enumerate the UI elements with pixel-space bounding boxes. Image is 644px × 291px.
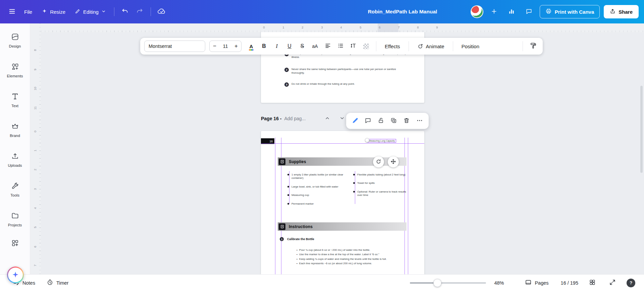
- vertical-ruler[interactable]: 8 9 10 11 0 1 2 3 4 5 6 7: [30, 23, 41, 274]
- animate-button[interactable]: Animate: [413, 40, 448, 52]
- resize-label: Resize: [50, 9, 65, 15]
- position-button[interactable]: Position: [458, 40, 483, 52]
- sidebar-item-design[interactable]: Design: [2, 28, 29, 53]
- zoom-percentage[interactable]: 48%: [494, 280, 507, 286]
- text-case-button[interactable]: aA: [309, 40, 321, 52]
- comments-button[interactable]: [522, 5, 536, 18]
- add-comment-button[interactable]: [362, 115, 374, 127]
- grid-view-button[interactable]: [586, 277, 598, 289]
- instructions-section-header[interactable]: Instructions: [278, 222, 407, 231]
- animate-icon: [417, 43, 423, 49]
- canvas-scrollbar[interactable]: [640, 86, 643, 173]
- step-1-bullets[interactable]: •Pour ¾ cup (about 6 oz or ~200 mL) of w…: [297, 248, 406, 266]
- transparency-button[interactable]: [360, 40, 372, 52]
- magic-edit-button[interactable]: [350, 115, 361, 127]
- insights-button[interactable]: [505, 5, 518, 18]
- chevron-down-icon: [101, 9, 106, 15]
- sidebar-item-elements[interactable]: Elements: [2, 58, 29, 83]
- delete-page-button[interactable]: [401, 115, 412, 127]
- supplies-list-left[interactable]: 1 empty 2-liter plastic bottle (or simil…: [287, 173, 344, 206]
- text-color-button[interactable]: A: [246, 40, 257, 52]
- document-title[interactable]: Robin_MedPath Lab Manual: [368, 0, 437, 23]
- section-title: Instructions: [289, 224, 313, 229]
- expand-icon: [609, 279, 616, 287]
- sidebar-item-label: Design: [9, 44, 21, 48]
- topbar: File Resize Editing Robin_MedPath La: [0, 0, 644, 23]
- duplicate-page-button[interactable]: [388, 115, 399, 127]
- numbered-list-item[interactable]: 2 Never share the same tubing between pa…: [284, 68, 411, 75]
- editing-mode-button[interactable]: Editing: [71, 5, 110, 18]
- sidebar-item-apps[interactable]: [2, 237, 29, 250]
- pages-button[interactable]: Pages: [521, 277, 552, 289]
- bulleted-list-button[interactable]: [335, 40, 346, 52]
- transparency-icon: [363, 44, 369, 49]
- toolbar-divider: [453, 41, 453, 51]
- avatar[interactable]: [471, 5, 483, 18]
- font-family-select[interactable]: Montserrat: [144, 41, 205, 52]
- toolbar-divider: [523, 41, 523, 51]
- strikethrough-button[interactable]: S: [297, 40, 308, 52]
- lock-page-button[interactable]: [375, 115, 387, 127]
- alignment-button[interactable]: [322, 40, 333, 52]
- resize-button[interactable]: Resize: [38, 5, 69, 18]
- sidebar-item-brand[interactable]: Brand: [2, 118, 29, 142]
- supplies-section-header[interactable]: Supplies: [278, 157, 407, 166]
- effects-button[interactable]: Effects: [381, 40, 404, 52]
- ruler-number: 5: [33, 223, 37, 232]
- selection-handle[interactable]: [365, 138, 369, 142]
- text-icon: [11, 92, 19, 101]
- font-size-increase-button[interactable]: +: [231, 41, 241, 52]
- more-options-button[interactable]: [414, 115, 425, 127]
- print-with-canva-button[interactable]: Print with Canva: [540, 5, 600, 18]
- sidebar-item-label: Tools: [10, 193, 19, 197]
- step-1[interactable]: 1 Calibrate the Bottle: [280, 237, 314, 241]
- ruler-number: 8: [417, 25, 419, 29]
- bold-button[interactable]: B: [258, 40, 270, 52]
- fullscreen-button[interactable]: [606, 277, 619, 289]
- font-size-decrease-button[interactable]: −: [210, 41, 220, 52]
- ruler-number: 6: [33, 242, 37, 251]
- list-item: Measuring cup: [287, 194, 344, 197]
- numbered-list-item[interactable]: 3 Do not drink or inhale through the tub…: [284, 82, 411, 87]
- elements-icon: [11, 63, 19, 72]
- sidebar-item-projects[interactable]: Projects: [2, 207, 29, 232]
- horizontal-ruler[interactable]: 0 1 2 3 4 5 6 7 8 9: [41, 23, 644, 32]
- list-item: Large bowl, sink, or tub filled with wat…: [287, 185, 344, 189]
- move-page-up-button[interactable]: [323, 114, 332, 123]
- page-title-textbox[interactable]: Measuring Lung Capacity: [368, 139, 396, 143]
- supplies-list-right[interactable]: Flexible plastic tubing (about 2 feet lo…: [353, 173, 410, 197]
- redo-button[interactable]: [133, 5, 147, 18]
- underline-button[interactable]: U: [284, 40, 295, 52]
- file-menu-button[interactable]: File: [20, 5, 36, 18]
- undo-button[interactable]: [118, 5, 132, 18]
- main-menu-button[interactable]: [5, 5, 19, 18]
- canva-editor: File Resize Editing Robin_MedPath La: [0, 0, 644, 291]
- timer-button[interactable]: Timer: [43, 277, 73, 289]
- canvas[interactable]: 1 Do not perform this lab if you are sic…: [41, 32, 644, 274]
- share-button[interactable]: Share: [604, 5, 639, 18]
- page-16[interactable]: 16 Measuring Lung Capacity Supplies: [261, 131, 424, 274]
- rotate-handle[interactable]: [373, 156, 384, 167]
- zoom-slider[interactable]: [410, 279, 486, 287]
- copy-style-button[interactable]: [527, 40, 539, 52]
- help-button[interactable]: ?: [627, 279, 635, 287]
- move-page-down-button[interactable]: [338, 114, 346, 123]
- move-handle[interactable]: [388, 156, 399, 167]
- page-label[interactable]: Page 16 -: [261, 116, 281, 121]
- canva-ai-button[interactable]: [7, 267, 24, 283]
- zoom-knob[interactable]: [433, 279, 441, 287]
- italic-button[interactable]: I: [271, 40, 282, 52]
- ruler-number: 3: [321, 25, 323, 29]
- text-spacing-button[interactable]: [347, 40, 359, 52]
- list-item-text: Do not drink or inhale through the tubin…: [291, 82, 410, 87]
- comment-icon: [365, 117, 371, 125]
- font-size-value[interactable]: 11: [220, 44, 231, 49]
- step-number-badge: 1: [280, 237, 284, 241]
- sidebar-item-uploads[interactable]: Uploads: [2, 147, 29, 172]
- invite-members-button[interactable]: [487, 5, 501, 18]
- ruler-number: 7: [398, 25, 399, 29]
- add-page-title-field[interactable]: Add pag...: [284, 116, 306, 121]
- sidebar-item-tools[interactable]: Tools: [2, 177, 29, 202]
- sidebar-item-text[interactable]: Text: [2, 88, 29, 113]
- cloud-save-status-button[interactable]: [155, 5, 168, 18]
